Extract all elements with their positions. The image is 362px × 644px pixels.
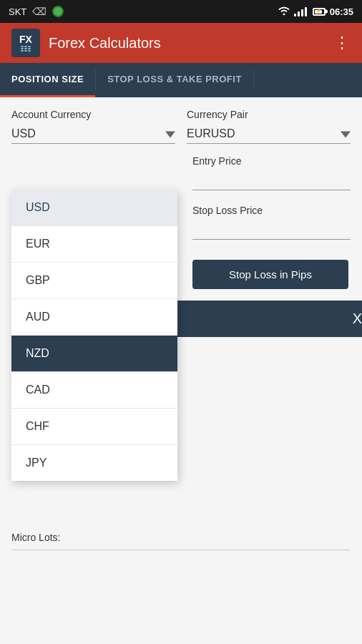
- micro-lots-row: Micro Lots:: [11, 525, 351, 550]
- stop-loss-price-wrapper[interactable]: [192, 220, 351, 240]
- tab-divider-2: [253, 70, 254, 90]
- signal-bar-3: [301, 9, 303, 16]
- carrier-label: SKT: [9, 6, 26, 17]
- battery-icon: ⚡: [313, 8, 326, 16]
- account-currency-dropdown: USD EUR GBP AUD NZD CAD CHF: [11, 190, 177, 481]
- account-currency-label: Account Currency: [11, 109, 175, 120]
- entry-price-label: Entry Price: [192, 155, 351, 167]
- app-logo: FX: [11, 29, 40, 57]
- signal-bar-1: [294, 14, 296, 16]
- signal-bars: [294, 6, 307, 16]
- app-header-left: FX Forex Calculators: [11, 29, 161, 57]
- dropdown-option-cad[interactable]: CAD: [11, 372, 177, 409]
- status-left: SKT ⌫: [9, 6, 64, 17]
- currency-pair-label: Currency Pair: [187, 109, 351, 120]
- form-body: Entry Price Stop Loss Price Stop Loss in…: [11, 150, 351, 565]
- wifi-icon: [278, 6, 290, 17]
- usb-icon: ⌫: [32, 6, 47, 17]
- time-label: 06:35: [330, 6, 353, 17]
- currency-pair-input[interactable]: [187, 125, 351, 144]
- right-fields: Entry Price Stop Loss Price Stop Loss in…: [192, 155, 351, 337]
- content-area: Account Currency Currency Pair Entry Pri…: [0, 97, 362, 644]
- top-form-row: Account Currency Currency Pair: [11, 109, 351, 144]
- currency-pair-wrapper[interactable]: [187, 125, 351, 144]
- logo-fx-text: FX: [19, 34, 32, 44]
- dropdown-option-usd[interactable]: USD: [11, 190, 177, 226]
- dropdown-option-aud[interactable]: AUD: [11, 299, 177, 336]
- account-currency-input[interactable]: [11, 125, 175, 144]
- stop-loss-pips-section: Stop Loss in Pips: [192, 254, 351, 289]
- dropdown-option-nzd[interactable]: NZD: [11, 336, 177, 372]
- tab-bar: POSITION SIZE STOP LOSS & TAKE PROFIT: [0, 63, 362, 97]
- tab-stop-loss[interactable]: STOP LOSS & TAKE PROFIT: [96, 63, 253, 97]
- dropdown-option-gbp[interactable]: GBP: [11, 263, 177, 299]
- account-currency-col: Account Currency: [11, 109, 175, 144]
- entry-price-input[interactable]: [192, 171, 351, 190]
- status-right: ⚡ 06:35: [278, 6, 353, 17]
- main-content: Account Currency Currency Pair Entry Pri…: [0, 97, 362, 576]
- entry-price-wrapper[interactable]: [192, 171, 351, 190]
- logo-grid: [21, 46, 31, 52]
- currency-pair-arrow: [341, 131, 351, 137]
- micro-lots-label: Micro Lots:: [11, 532, 60, 543]
- app-title: Forex Calculators: [49, 35, 161, 52]
- dropdown-option-jpy[interactable]: JPY: [11, 445, 177, 481]
- dropdown-option-chf[interactable]: CHF: [11, 409, 177, 445]
- account-currency-wrapper[interactable]: [11, 125, 175, 144]
- signal-bar-4: [305, 7, 307, 16]
- stop-loss-price-label: Stop Loss Price: [192, 205, 351, 216]
- menu-button[interactable]: ⋮: [334, 34, 351, 52]
- signal-bar-2: [298, 11, 300, 16]
- currency-pair-col: Currency Pair: [187, 109, 351, 144]
- notification-icon: [52, 6, 64, 17]
- micro-lots-section: Micro Lots:: [11, 525, 351, 550]
- dropdown-option-eur[interactable]: EUR: [11, 226, 177, 263]
- stop-loss-price-input[interactable]: [192, 220, 351, 240]
- close-button[interactable]: X: [353, 311, 362, 327]
- stop-loss-pips-button[interactable]: Stop Loss in Pips: [192, 260, 348, 289]
- tab-position-size[interactable]: POSITION SIZE: [0, 63, 95, 97]
- app-header: FX Forex Calculators ⋮: [0, 23, 362, 63]
- account-currency-arrow: [165, 131, 175, 137]
- status-bar: SKT ⌫ ⚡ 06:35: [0, 0, 362, 23]
